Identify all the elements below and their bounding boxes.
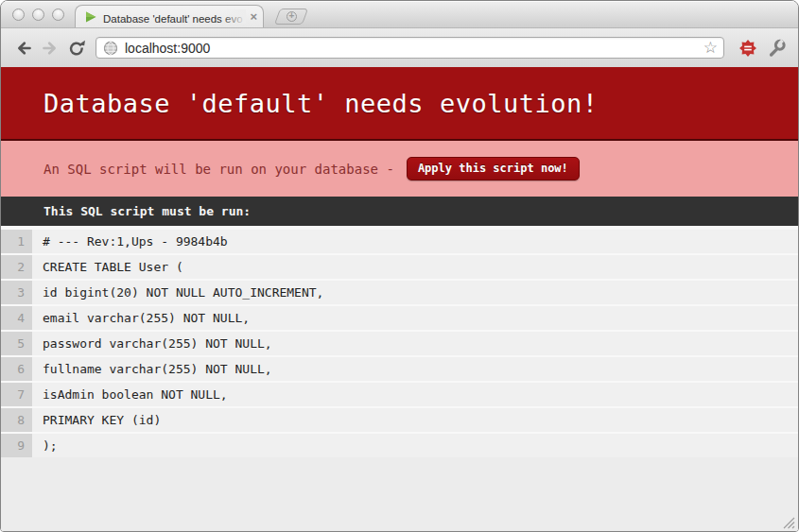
resize-grip-icon[interactable] [783,517,795,529]
line-code: fullname varchar(255) NOT NULL, [32,357,798,381]
script-line: 7 isAdmin boolean NOT NULL, [1,383,798,406]
notice-band: An SQL script will be run on your databa… [1,141,798,197]
line-number: 9 [1,434,32,457]
close-window-button[interactable] [12,9,25,21]
window-controls [12,9,64,21]
page-title: Database 'default' needs evolution! [43,89,598,118]
script-line: 1 # --- Rev:1,Ups - 9984b4b [1,230,798,253]
zoom-window-button[interactable] [52,9,64,21]
line-number: 8 [1,408,32,432]
play-framework-favicon-icon [84,10,97,24]
script-line: 6 fullname varchar(255) NOT NULL, [1,357,798,381]
line-number: 2 [1,255,32,279]
script-line: 3 id bigint(20) NOT NULL AUTO_INCREMENT, [1,281,798,304]
script-line: 8 PRIMARY KEY (id) [1,408,798,432]
reload-button[interactable] [63,35,90,61]
script-line: 2 CREATE TABLE User ( [1,255,798,279]
line-code: # --- Rev:1,Ups - 9984b4b [32,230,798,253]
script-line: 9 ); [1,434,798,457]
page-content: Database 'default' needs evolution! An S… [1,67,798,532]
globe-icon [103,41,118,56]
line-number: 7 [1,383,32,406]
line-code: isAdmin boolean NOT NULL, [32,383,798,406]
line-code: email varchar(255) NOT NULL, [32,306,798,330]
extension-badge-button[interactable] [736,36,760,60]
plus-icon: + [287,11,297,22]
page-title-banner: Database 'default' needs evolution! [1,67,798,141]
line-code: id bigint(20) NOT NULL AUTO_INCREMENT, [32,281,798,304]
wrench-icon [767,39,786,58]
apply-script-button[interactable]: Apply this script now! [407,157,580,180]
settings-menu-button[interactable] [764,36,789,60]
line-number: 1 [1,230,32,253]
script-line: 5 password varchar(255) NOT NULL, [1,332,798,355]
minimize-window-button[interactable] [32,9,44,21]
reload-icon [67,39,86,58]
forward-arrow-icon [41,39,60,58]
tab-title-wrap: Database 'default' needs evo [103,9,246,24]
back-arrow-icon [14,39,33,58]
forward-button[interactable] [37,35,63,61]
red-burst-icon [738,39,757,58]
line-code: PRIMARY KEY (id) [32,408,798,432]
bookmark-star-icon[interactable]: ☆ [703,40,718,56]
back-button[interactable] [10,35,37,61]
titlebar: Database 'default' needs evo × + [1,1,798,27]
line-number: 5 [1,332,32,355]
url-text[interactable]: localhost:9000 [125,41,703,56]
sql-script-block: 1 # --- Rev:1,Ups - 9984b4b 2 CREATE TAB… [1,226,798,457]
tab-title-fade [221,9,246,24]
script-header-bar: This SQL script must be run: [1,197,798,226]
browser-toolbar: localhost:9000 ☆ [1,27,798,67]
line-code: CREATE TABLE User ( [32,255,798,279]
page-background [1,457,798,532]
line-number: 6 [1,357,32,381]
tab-close-icon[interactable]: × [250,10,257,24]
line-code: password varchar(255) NOT NULL, [32,332,798,355]
line-number: 4 [1,306,32,330]
browser-window: Database 'default' needs evo × + [0,0,799,532]
address-bar[interactable]: localhost:9000 ☆ [96,37,724,59]
browser-tab[interactable]: Database 'default' needs evo × [75,5,264,27]
script-line: 4 email varchar(255) NOT NULL, [1,306,798,330]
notice-text: An SQL script will be run on your databa… [43,162,394,177]
line-code: ); [32,434,798,457]
line-number: 3 [1,281,32,304]
new-tab-button[interactable]: + [274,9,308,25]
